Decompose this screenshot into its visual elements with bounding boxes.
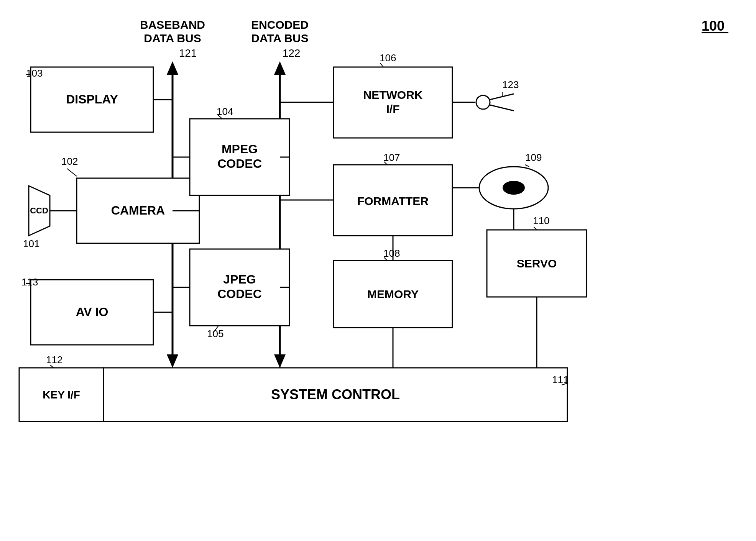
connector-line2 bbox=[490, 105, 514, 111]
network-connector-ref: 123 bbox=[502, 79, 519, 90]
servo-label: SERVO bbox=[517, 257, 557, 270]
baseband-bus-label2: DATA BUS bbox=[144, 32, 201, 44]
diagram-svg: 100 BASEBAND DATA BUS 121 ENCODED DATA B… bbox=[0, 0, 756, 541]
network-label1: NETWORK bbox=[363, 89, 423, 101]
sys-control-label: SYSTEM CONTROL bbox=[271, 387, 400, 402]
connector-circle bbox=[476, 95, 490, 109]
mpeg-label2: CODEC bbox=[217, 157, 262, 170]
display-ref: 103 bbox=[26, 67, 43, 79]
av-io-label: AV IO bbox=[76, 305, 108, 319]
memory-ref: 108 bbox=[383, 248, 400, 259]
jpeg-label1: JPEG bbox=[223, 272, 256, 286]
diagram-title: 100 bbox=[702, 18, 725, 34]
camera-ref: 102 bbox=[61, 156, 78, 167]
network-label2: I/F bbox=[386, 103, 400, 115]
av-io-ref: 113 bbox=[21, 276, 38, 288]
svg-line-4 bbox=[67, 169, 77, 176]
encoded-arrow-up bbox=[274, 61, 286, 75]
baseband-ref: 121 bbox=[179, 47, 197, 59]
disk-ref: 109 bbox=[525, 152, 542, 163]
encoded-bus-label2: DATA BUS bbox=[251, 32, 308, 44]
display-label: DISPLAY bbox=[66, 92, 118, 106]
formatter-ref: 107 bbox=[383, 152, 400, 163]
diagram-container: 100 BASEBAND DATA BUS 121 ENCODED DATA B… bbox=[0, 0, 756, 541]
disk-inner bbox=[503, 181, 524, 194]
key-if-label: KEY I/F bbox=[43, 389, 80, 401]
memory-label: MEMORY bbox=[367, 288, 419, 300]
baseband-bus-label: BASEBAND bbox=[140, 18, 205, 31]
camera-label: CAMERA bbox=[111, 203, 165, 217]
formatter-label: FORMATTER bbox=[357, 195, 429, 207]
network-ref: 106 bbox=[380, 52, 396, 64]
jpeg-label2: CODEC bbox=[217, 287, 262, 301]
encoded-ref: 122 bbox=[283, 47, 301, 59]
mpeg-ref: 104 bbox=[217, 106, 233, 117]
encoded-bus-label: ENCODED bbox=[251, 18, 309, 31]
key-if-ref: 112 bbox=[46, 354, 62, 366]
mpeg-label1: MPEG bbox=[222, 142, 258, 156]
baseband-arrow-up bbox=[167, 61, 178, 75]
servo-ref: 110 bbox=[533, 215, 549, 226]
svg-line-11 bbox=[525, 165, 529, 167]
ccd-label: CCD bbox=[30, 206, 48, 215]
ccd-ref: 101 bbox=[23, 238, 39, 249]
